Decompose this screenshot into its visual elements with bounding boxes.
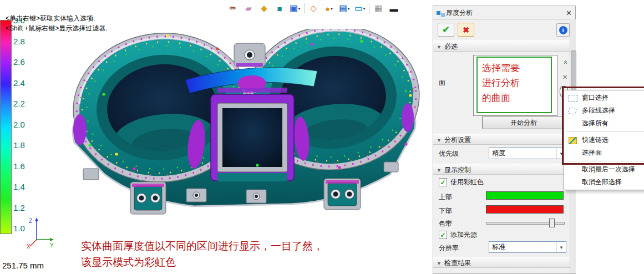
model-top-tab[interactable]: [234, 43, 265, 67]
scale-labels: 3.0 2.8 2.6 2.4 2.2 2.0 1.8 1.6 1.4 1.2 …: [13, 16, 25, 233]
thickness-analysis-panel: 厚度分析 ✕ ✔ ✖ i ▼必选 面 选择需要 进行分析 的曲面 » ✕ 开始分…: [433, 6, 576, 274]
check-icon: ✔: [442, 24, 449, 35]
dropdown-arrow-icon: ▾: [348, 6, 350, 11]
section-header-display[interactable]: ▼显示控制: [433, 164, 570, 175]
scale-tick: 2.4: [13, 78, 25, 88]
clear-selection-button[interactable]: ✕: [560, 72, 570, 82]
scale-tick: 1.6: [13, 161, 25, 171]
dropdown-arrow-icon: ▾: [556, 242, 566, 252]
section-header-required[interactable]: ▼必选: [433, 40, 570, 52]
triad-x-label: X: [27, 243, 31, 250]
application-window: <单击右键>获取实体输入选项. <Shift +鼠标右键>显示选择过滤器. 3.…: [0, 0, 644, 274]
face-label: 面: [439, 78, 445, 88]
rainbow-checkbox[interactable]: ✓ 使用彩虹色: [439, 177, 484, 187]
scale-tick: 1.2: [13, 203, 25, 212]
double-chevron-icon: »: [561, 60, 569, 64]
panel-title: 厚度分析: [446, 8, 473, 18]
section-bar-icon[interactable]: ▬: [387, 2, 400, 14]
cancel-button[interactable]: ✖: [458, 23, 474, 37]
model-screw-boss-right[interactable]: [324, 179, 361, 210]
panel-icon: [437, 11, 440, 15]
scale-tick: 2.6: [13, 57, 25, 67]
light-checkbox[interactable]: ✓ 添加光源: [439, 230, 477, 240]
lower-color-swatch[interactable]: [486, 205, 564, 214]
lower-label: 下部: [439, 206, 452, 216]
section-header-settings[interactable]: ▼分析设置: [433, 134, 570, 145]
caption-text: 实体曲面厚度值以不同的区间进行显示，一目了然， 该显示模式为彩虹色: [81, 238, 323, 270]
measurement-readout: 251.75 mm: [2, 261, 44, 270]
collapse-arrow-icon: ▼: [437, 261, 442, 266]
cross-icon: ✖: [463, 26, 469, 34]
collapse-arrow-icon: ▼: [437, 138, 442, 143]
toolbar-separator: [304, 3, 305, 13]
thickness-color-scale: [0, 20, 12, 234]
model-center-opening[interactable]: [211, 94, 294, 181]
caption-line-2: 该显示模式为彩虹色: [81, 254, 323, 270]
priority-dropdown[interactable]: 精度 ▾: [489, 148, 566, 159]
import-package-icon[interactable]: ▣▾: [288, 2, 302, 14]
toolbar-separator: [369, 3, 369, 13]
clear-icon: ✕: [562, 73, 567, 81]
resolution-dropdown[interactable]: 标准 ▾: [489, 241, 566, 253]
hint-line-1: <单击右键>获取实体输入选项.: [6, 13, 108, 23]
caption-line-1: 实体曲面厚度值以不同的区间进行显示，一目了然，: [81, 238, 323, 254]
band-label: 色带: [439, 219, 452, 229]
triad-z-label: Z: [29, 218, 32, 224]
annotation-callout: 选择需要 进行分析 的曲面: [476, 57, 552, 113]
panel-close-button[interactable]: ✕: [566, 9, 572, 17]
scale-tick: 2.0: [13, 120, 25, 129]
sphere-tool-icon[interactable]: ●▾: [322, 2, 336, 14]
menu-item-clear-all-selection[interactable]: 取消全部选择: [564, 176, 644, 189]
triad-y-label: Y: [50, 242, 54, 248]
scale-tick: 2.8: [13, 37, 25, 46]
section-header-results[interactable]: ▼检查结果: [433, 257, 570, 268]
dropdown-arrow-icon: ▾: [363, 6, 366, 11]
model-screw-boss-left[interactable]: [130, 182, 166, 214]
checkbox-icon: ✓: [439, 178, 447, 186]
hint-line-2: <Shift +鼠标右键>显示选择过滤器.: [6, 23, 108, 33]
measure-ruler-icon[interactable]: ▭▾: [353, 2, 367, 14]
window-panel-icon[interactable]: ▤▾: [338, 2, 351, 14]
display-monitor-icon[interactable]: ▦: [372, 2, 385, 14]
start-analysis-button[interactable]: 开始分析: [482, 116, 565, 129]
scale-tick: 1.4: [13, 182, 25, 191]
dropdown-arrow-icon: ▾: [298, 6, 301, 11]
annotation-highlight-box: [562, 87, 644, 165]
pick-tool-icon[interactable]: ✏: [226, 2, 240, 14]
upper-color-swatch[interactable]: [486, 191, 564, 200]
panel-titlebar[interactable]: 厚度分析 ✕: [433, 6, 575, 20]
info-button[interactable]: i: [556, 23, 570, 37]
eraser-icon[interactable]: ▰: [242, 2, 255, 14]
model-viewport[interactable]: [51, 29, 435, 241]
scale-tick: 1.0: [13, 224, 25, 233]
collapse-arrow-icon: ▼: [437, 44, 442, 50]
collapse-arrow-icon: ▼: [437, 168, 442, 173]
info-icon: i: [559, 26, 567, 34]
prompt-hints: <单击右键>获取实体输入选项. <Shift +鼠标右键>显示选择过滤器.: [6, 13, 108, 33]
slider-thumb[interactable]: [549, 219, 555, 227]
box-tool-icon[interactable]: ■: [273, 2, 286, 14]
checkbox-icon: ✓: [439, 231, 447, 239]
menu-item-undo-last-selection[interactable]: 取消最后一次选择: [564, 163, 644, 176]
band-slider[interactable]: [486, 218, 564, 227]
resolution-label: 分辨率: [439, 243, 459, 253]
collapse-field-button[interactable]: »: [560, 57, 570, 68]
upper-label: 上部: [439, 192, 452, 202]
top-toolbar: ✏ ▰ ◆ ■ ▣▾ ◇ ●▾ ▤▾ ▭▾ ▦ ▬: [226, 2, 400, 15]
ok-button[interactable]: ✔: [438, 23, 454, 37]
scale-tick: 1.8: [13, 140, 25, 150]
dropdown-arrow-icon: ▾: [331, 6, 333, 11]
priority-label: 优先级: [439, 149, 459, 159]
diamond-tool-icon[interactable]: ◆: [257, 2, 271, 14]
wire-cube-icon[interactable]: ◇: [307, 2, 320, 14]
scale-tick: 2.2: [13, 99, 25, 108]
orientation-triad: Z Y X: [27, 215, 55, 250]
